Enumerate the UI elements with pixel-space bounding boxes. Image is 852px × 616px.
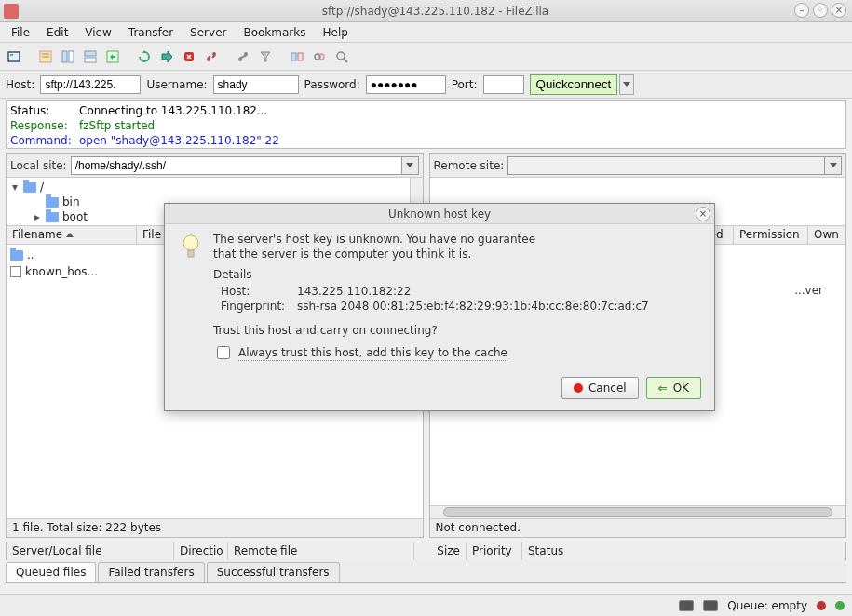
svg-rect-8: [85, 58, 96, 62]
find-button[interactable]: [331, 47, 352, 67]
activity-led-recv: [817, 601, 826, 610]
col-priority[interactable]: Priority: [467, 542, 522, 560]
transfer-tabs: Queued files Failed transfers Successful…: [6, 560, 846, 583]
tab-successful[interactable]: Successful transfers: [207, 562, 340, 582]
always-trust-checkbox[interactable]: [217, 346, 230, 359]
dialog-message-2: that the server is the computer you thin…: [213, 247, 649, 261]
svg-line-22: [344, 59, 347, 62]
log-label-response: Response:: [10, 118, 79, 133]
col-owner[interactable]: Own: [808, 226, 845, 244]
col-direction[interactable]: Directio: [174, 542, 228, 560]
log-text: open "shady@143.225.110.182" 22: [79, 133, 279, 148]
port-input[interactable]: [483, 75, 524, 94]
tab-queued[interactable]: Queued files: [6, 562, 96, 582]
fingerprint-value: ssh-rsa 2048 00:81:25:eb:f4:82:29:93:1b:…: [297, 300, 649, 313]
ok-icon: ⇐: [658, 382, 668, 395]
username-input[interactable]: [213, 75, 299, 94]
compare-button[interactable]: [287, 47, 307, 67]
sync-browse-button[interactable]: [309, 47, 330, 67]
always-trust-label[interactable]: Always trust this host, add this key to …: [238, 345, 507, 361]
window-title: sftp://shady@143.225.110.182 - FileZilla: [19, 5, 852, 18]
menu-transfer[interactable]: Transfer: [121, 24, 181, 41]
svg-point-21: [337, 52, 345, 60]
tab-failed[interactable]: Failed transfers: [98, 562, 204, 582]
local-path-dropdown[interactable]: [402, 156, 419, 175]
password-input[interactable]: [366, 75, 446, 94]
menu-view[interactable]: View: [77, 24, 118, 41]
local-site-label: Local site:: [10, 159, 67, 172]
details-heading: Details: [213, 267, 649, 282]
toggle-remotetree-button[interactable]: [80, 47, 101, 67]
svg-rect-0: [8, 52, 20, 61]
toggle-localtree-button[interactable]: [58, 47, 78, 67]
col-filename[interactable]: Filename: [7, 226, 137, 244]
dialog-cancel-button[interactable]: Cancel: [561, 377, 639, 399]
col-remote-file[interactable]: Remote file: [228, 542, 414, 560]
fingerprint-label: Fingerprint:: [221, 299, 297, 314]
menu-edit[interactable]: Edit: [39, 24, 75, 41]
scrollbar-horizontal[interactable]: [430, 505, 846, 518]
log-text: Connecting to 143.225.110.182...: [79, 103, 267, 118]
window-maximize-button[interactable]: ◦: [813, 3, 828, 18]
toggle-log-button[interactable]: [35, 47, 56, 67]
app-icon: [4, 4, 19, 19]
sitemanager-button[interactable]: [4, 47, 24, 67]
dialog-close-button[interactable]: ×: [696, 207, 710, 221]
queue-status: Queue: empty: [727, 599, 807, 612]
col-permission[interactable]: Permission: [734, 226, 808, 244]
col-size[interactable]: Size: [414, 542, 467, 560]
svg-point-15: [238, 58, 242, 61]
svg-point-14: [212, 52, 216, 56]
tree-item[interactable]: boot: [62, 210, 88, 223]
message-log[interactable]: Status:Connecting to 143.225.110.182... …: [6, 100, 846, 149]
tree-item[interactable]: /: [40, 181, 44, 194]
quickconnect-bar: Host: Username: Password: Port: Quickcon…: [0, 71, 852, 99]
remote-path-dropdown: [825, 156, 842, 175]
sort-asc-icon: [66, 233, 74, 237]
queue-icon[interactable]: [703, 600, 718, 611]
menubar: File Edit View Transfer Server Bookmarks…: [0, 22, 852, 43]
host-label: Host:: [221, 284, 297, 299]
reconnect-button[interactable]: [233, 47, 253, 67]
file-icon: [10, 266, 21, 277]
menu-help[interactable]: Help: [316, 24, 356, 41]
dialog-ok-button[interactable]: ⇐OK: [646, 377, 701, 399]
svg-rect-1: [10, 54, 13, 56]
host-input[interactable]: [40, 75, 141, 94]
svg-point-16: [244, 52, 248, 56]
svg-rect-17: [291, 53, 296, 60]
cancel-button[interactable]: [179, 47, 199, 67]
svg-point-23: [183, 235, 198, 250]
quickconnect-button[interactable]: Quickconnect: [530, 74, 618, 95]
col-status[interactable]: Status: [522, 542, 845, 560]
filter-button[interactable]: [255, 47, 276, 67]
menu-file[interactable]: File: [4, 24, 37, 41]
folder-icon: [46, 212, 59, 222]
toolbar: [0, 43, 852, 71]
chevron-down-icon: [406, 163, 413, 167]
menu-server[interactable]: Server: [183, 24, 234, 41]
menu-bookmarks[interactable]: Bookmarks: [236, 24, 313, 41]
activity-led-send: [835, 601, 845, 610]
window-minimize-button[interactable]: –: [794, 3, 809, 18]
folder-icon: [23, 182, 36, 193]
statusbar: Queue: empty: [0, 594, 852, 616]
col-server-file[interactable]: Server/Local file: [7, 542, 174, 560]
remote-path-input: [507, 156, 825, 175]
transfer-header: Server/Local file Directio Remote file S…: [6, 542, 846, 560]
chevron-down-icon: [623, 82, 630, 87]
svg-point-13: [207, 58, 210, 61]
refresh-button[interactable]: [134, 47, 155, 67]
disconnect-button[interactable]: [201, 47, 222, 67]
local-path-input[interactable]: [71, 156, 402, 175]
tree-item[interactable]: bin: [62, 195, 80, 208]
window-titlebar: sftp://shady@143.225.110.182 - FileZilla…: [0, 0, 852, 22]
window-close-button[interactable]: ×: [832, 3, 846, 18]
toggle-queue-button[interactable]: [102, 47, 123, 67]
process-queue-button[interactable]: [156, 47, 177, 67]
dialog-title: Unknown host key: [165, 208, 714, 221]
dialog-titlebar[interactable]: Unknown host key ×: [165, 204, 714, 224]
quickconnect-history-button[interactable]: [619, 74, 634, 95]
remote-site-label: Remote site:: [434, 159, 505, 172]
folder-icon: [46, 197, 59, 208]
